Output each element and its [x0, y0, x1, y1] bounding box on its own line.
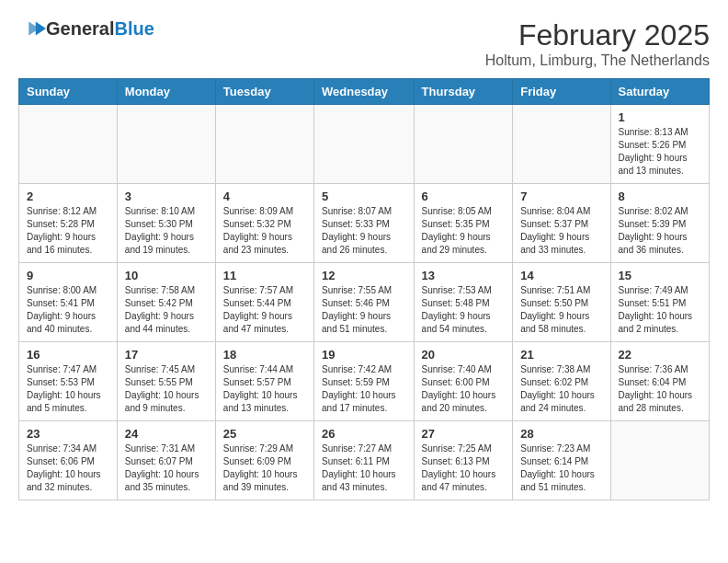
- calendar-table: SundayMondayTuesdayWednesdayThursdayFrid…: [18, 78, 710, 500]
- day-header-wednesday: Wednesday: [314, 79, 415, 105]
- day-number: 13: [422, 269, 506, 282]
- day-info: Sunrise: 8:00 AM Sunset: 5:41 PM Dayligh…: [27, 284, 109, 336]
- calendar-cell: 16Sunrise: 7:47 AM Sunset: 5:53 PM Dayli…: [19, 342, 118, 421]
- day-number: 19: [322, 348, 406, 362]
- calendar-cell: 6Sunrise: 8:05 AM Sunset: 5:35 PM Daylig…: [414, 184, 513, 263]
- day-info: Sunrise: 7:55 AM Sunset: 5:46 PM Dayligh…: [322, 284, 406, 336]
- day-number: 9: [27, 269, 109, 282]
- week-row-1: 1Sunrise: 8:13 AM Sunset: 5:26 PM Daylig…: [19, 105, 710, 184]
- day-info: Sunrise: 7:27 AM Sunset: 6:11 PM Dayligh…: [322, 442, 406, 494]
- calendar-cell: 7Sunrise: 8:04 AM Sunset: 5:37 PM Daylig…: [513, 184, 610, 263]
- day-number: 5: [322, 190, 406, 203]
- day-number: 8: [619, 190, 701, 203]
- day-number: 12: [322, 269, 406, 282]
- day-number: 20: [422, 348, 506, 362]
- day-header-tuesday: Tuesday: [215, 79, 313, 105]
- calendar-cell: 25Sunrise: 7:29 AM Sunset: 6:09 PM Dayli…: [215, 421, 313, 500]
- day-number: 16: [27, 348, 109, 362]
- day-number: 26: [322, 427, 406, 441]
- day-number: 25: [223, 427, 306, 441]
- calendar-cell: 4Sunrise: 8:09 AM Sunset: 5:32 PM Daylig…: [215, 184, 313, 263]
- week-row-2: 2Sunrise: 8:12 AM Sunset: 5:28 PM Daylig…: [19, 184, 710, 263]
- day-info: Sunrise: 7:23 AM Sunset: 6:14 PM Dayligh…: [520, 442, 602, 494]
- calendar-cell: 11Sunrise: 7:57 AM Sunset: 5:44 PM Dayli…: [215, 263, 313, 342]
- day-number: 2: [27, 190, 109, 203]
- day-number: 22: [619, 348, 701, 362]
- day-info: Sunrise: 7:40 AM Sunset: 6:00 PM Dayligh…: [422, 363, 506, 415]
- day-info: Sunrise: 7:51 AM Sunset: 5:50 PM Dayligh…: [520, 284, 602, 336]
- calendar-cell: 1Sunrise: 8:13 AM Sunset: 5:26 PM Daylig…: [610, 105, 709, 184]
- day-info: Sunrise: 8:09 AM Sunset: 5:32 PM Dayligh…: [223, 205, 306, 257]
- day-info: Sunrise: 8:12 AM Sunset: 5:28 PM Dayligh…: [27, 205, 109, 257]
- calendar-cell: 15Sunrise: 7:49 AM Sunset: 5:51 PM Dayli…: [610, 263, 709, 342]
- day-info: Sunrise: 8:02 AM Sunset: 5:39 PM Dayligh…: [619, 205, 701, 257]
- day-info: Sunrise: 7:29 AM Sunset: 6:09 PM Dayligh…: [223, 442, 306, 494]
- calendar-cell: 21Sunrise: 7:38 AM Sunset: 6:02 PM Dayli…: [513, 342, 610, 421]
- day-number: 1: [619, 110, 701, 124]
- week-row-3: 9Sunrise: 8:00 AM Sunset: 5:41 PM Daylig…: [19, 263, 710, 342]
- calendar-cell: 22Sunrise: 7:36 AM Sunset: 6:04 PM Dayli…: [610, 342, 709, 421]
- day-number: 11: [223, 269, 306, 282]
- day-info: Sunrise: 8:04 AM Sunset: 5:37 PM Dayligh…: [520, 205, 602, 257]
- calendar-cell: [215, 105, 313, 184]
- day-info: Sunrise: 7:31 AM Sunset: 6:07 PM Dayligh…: [125, 442, 208, 494]
- calendar-cell: 19Sunrise: 7:42 AM Sunset: 5:59 PM Dayli…: [314, 342, 415, 421]
- day-info: Sunrise: 7:45 AM Sunset: 5:55 PM Dayligh…: [125, 363, 208, 415]
- day-info: Sunrise: 7:53 AM Sunset: 5:48 PM Dayligh…: [422, 284, 506, 336]
- calendar-header-row: SundayMondayTuesdayWednesdayThursdayFrid…: [19, 79, 710, 105]
- day-header-monday: Monday: [117, 79, 215, 105]
- day-number: 28: [520, 427, 602, 441]
- day-info: Sunrise: 7:44 AM Sunset: 5:57 PM Dayligh…: [223, 363, 306, 415]
- calendar-cell: [117, 105, 215, 184]
- calendar-cell: 26Sunrise: 7:27 AM Sunset: 6:11 PM Dayli…: [314, 421, 415, 500]
- day-info: Sunrise: 7:57 AM Sunset: 5:44 PM Dayligh…: [223, 284, 306, 336]
- calendar-cell: [314, 105, 415, 184]
- day-info: Sunrise: 7:47 AM Sunset: 5:53 PM Dayligh…: [27, 363, 109, 415]
- day-number: 4: [223, 190, 306, 203]
- calendar-cell: 17Sunrise: 7:45 AM Sunset: 5:55 PM Dayli…: [117, 342, 215, 421]
- logo-general: General: [46, 18, 114, 39]
- calendar-cell: 23Sunrise: 7:34 AM Sunset: 6:06 PM Dayli…: [19, 421, 118, 500]
- day-info: Sunrise: 8:07 AM Sunset: 5:33 PM Dayligh…: [322, 205, 406, 257]
- calendar-cell: 20Sunrise: 7:40 AM Sunset: 6:00 PM Dayli…: [414, 342, 513, 421]
- title-area: February 2025 Holtum, Limburg, The Nethe…: [485, 18, 710, 69]
- calendar-cell: 14Sunrise: 7:51 AM Sunset: 5:50 PM Dayli…: [513, 263, 610, 342]
- day-number: 21: [520, 348, 602, 362]
- calendar-cell: 18Sunrise: 7:44 AM Sunset: 5:57 PM Dayli…: [215, 342, 313, 421]
- day-info: Sunrise: 8:10 AM Sunset: 5:30 PM Dayligh…: [125, 205, 208, 257]
- day-info: Sunrise: 7:49 AM Sunset: 5:51 PM Dayligh…: [619, 284, 701, 336]
- day-header-saturday: Saturday: [610, 79, 709, 105]
- calendar-cell: 13Sunrise: 7:53 AM Sunset: 5:48 PM Dayli…: [414, 263, 513, 342]
- calendar-cell: 3Sunrise: 8:10 AM Sunset: 5:30 PM Daylig…: [117, 184, 215, 263]
- day-number: 18: [223, 348, 306, 362]
- week-row-5: 23Sunrise: 7:34 AM Sunset: 6:06 PM Dayli…: [19, 421, 710, 500]
- calendar-cell: [513, 105, 610, 184]
- day-number: 27: [422, 427, 506, 441]
- calendar-cell: 12Sunrise: 7:55 AM Sunset: 5:46 PM Dayli…: [314, 263, 415, 342]
- page-header: GeneralBlue February 2025 Holtum, Limbur…: [18, 18, 710, 69]
- day-number: 15: [619, 269, 701, 282]
- day-info: Sunrise: 7:25 AM Sunset: 6:13 PM Dayligh…: [422, 442, 506, 494]
- calendar-cell: [414, 105, 513, 184]
- logo: GeneralBlue: [18, 18, 154, 40]
- day-info: Sunrise: 7:58 AM Sunset: 5:42 PM Dayligh…: [125, 284, 208, 336]
- calendar-cell: 5Sunrise: 8:07 AM Sunset: 5:33 PM Daylig…: [314, 184, 415, 263]
- day-number: 7: [520, 190, 602, 203]
- month-title: February 2025: [485, 18, 710, 52]
- calendar-cell: 27Sunrise: 7:25 AM Sunset: 6:13 PM Dayli…: [414, 421, 513, 500]
- day-number: 17: [125, 348, 208, 362]
- location-subtitle: Holtum, Limburg, The Netherlands: [485, 52, 710, 69]
- day-info: Sunrise: 7:34 AM Sunset: 6:06 PM Dayligh…: [27, 442, 109, 494]
- week-row-4: 16Sunrise: 7:47 AM Sunset: 5:53 PM Dayli…: [19, 342, 710, 421]
- calendar-cell: [19, 105, 118, 184]
- calendar-cell: 2Sunrise: 8:12 AM Sunset: 5:28 PM Daylig…: [19, 184, 118, 263]
- day-header-thursday: Thursday: [414, 79, 513, 105]
- day-number: 14: [520, 269, 602, 282]
- day-number: 23: [27, 427, 109, 441]
- day-number: 24: [125, 427, 208, 441]
- day-header-friday: Friday: [513, 79, 610, 105]
- day-number: 3: [125, 190, 208, 203]
- day-number: 6: [422, 190, 506, 203]
- calendar-cell: 28Sunrise: 7:23 AM Sunset: 6:14 PM Dayli…: [513, 421, 610, 500]
- day-header-sunday: Sunday: [19, 79, 118, 105]
